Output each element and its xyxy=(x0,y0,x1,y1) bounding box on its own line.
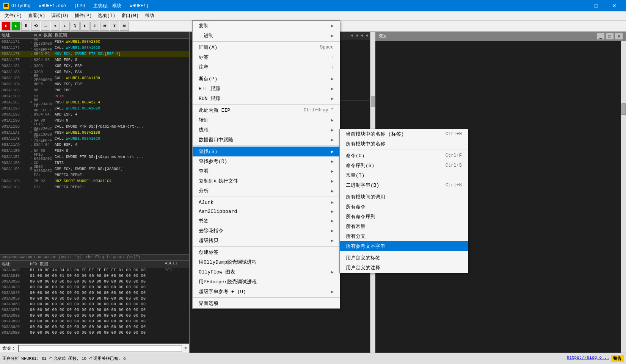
table-row[interactable]: 003A119D . FF15 84203A0C CALL DWORD PTR … xyxy=(0,123,189,130)
menu-window[interactable]: 窗口(W) xyxy=(118,11,142,20)
ctx-item-thread[interactable]: 线程 ▶ xyxy=(193,125,340,135)
submenu-item-all-commands[interactable]: 所有命令 xyxy=(340,202,468,212)
submenu-item-binary-string[interactable]: 二进制字串(B) Ctrl+B xyxy=(340,180,468,190)
table-row[interactable]: 003A11C2 F2: PREFIX REPNE: xyxy=(0,184,189,190)
table-row[interactable]: 003A11B2 . FF15 84203A0C CALL DWORD PTR … xyxy=(0,154,189,160)
table-row[interactable]: 003A11A3 > 68 08213A00 PUSH WHURE1.003A2… xyxy=(0,130,189,136)
toolbar-btn-run[interactable]: ► xyxy=(11,22,20,31)
table-row[interactable]: 003A3040 00 00 00 00 00 00 00 00 00 00 0… xyxy=(0,290,189,296)
status-link[interactable]: https://blog.o... xyxy=(567,355,609,362)
submenu-item-name-in-module[interactable]: 当前模块中的名称 (标签) Ctrl+N xyxy=(340,129,468,139)
table-row[interactable]: 003A1171 . 68 0C233A00 PUSH WHURE1.003A2… xyxy=(0,39,189,45)
ctx-item-ajunk[interactable]: AJunk ▶ xyxy=(193,198,340,207)
table-row[interactable]: 003A118D . C3 RETN xyxy=(0,93,189,99)
table-row[interactable]: 003A11B9 $ 3B0D 04303A0C CMP ECX, DWORD … xyxy=(0,166,189,172)
toolbar-btn-E[interactable]: E xyxy=(90,22,99,31)
table-row[interactable]: 003A3050 00 00 00 00 00 00 00 00 00 00 0… xyxy=(0,296,189,302)
submenu-item-command-seq[interactable]: 命令序列(S) Ctrl+S xyxy=(340,161,468,170)
second-scrollbar-thumb[interactable] xyxy=(621,103,626,115)
ctx-item-ui-options[interactable]: 界面选项 xyxy=(193,298,340,308)
toolbar-btn-L[interactable]: L xyxy=(80,22,89,31)
table-row[interactable]: 003A11B8 . CC INT3 xyxy=(0,160,189,166)
submenu-item-all-cmd-seq[interactable]: 所有命令序列 xyxy=(340,212,468,222)
table-row[interactable]: 003A1198 . 83C4 04 ADD ESP, 4 xyxy=(0,111,189,117)
table-row[interactable]: 003A1183 . 33C0 XOR EAX, EAX xyxy=(0,69,189,75)
ctx-item-ollydump[interactable]: 用OllyDump脱壳调试进程 xyxy=(193,257,340,267)
table-row[interactable]: 003A3010 01 00 00 00 01 00 00 00 00 00 0… xyxy=(0,273,189,279)
ctx-item-find[interactable]: 查找(S) ▶ xyxy=(193,147,340,156)
table-row[interactable]: 003A118C . 5D POP EBP xyxy=(0,87,189,93)
ctx-item-analyze[interactable]: 分析 ▶ xyxy=(193,186,340,196)
table-row[interactable]: 003A3020 00 00 00 00 00 00 00 00 00 00 0… xyxy=(0,279,189,284)
submenu-item-user-labels[interactable]: 用户定义的标签 xyxy=(340,253,468,263)
menu-file[interactable]: 文件(F) xyxy=(2,11,25,20)
maximize-button[interactable]: □ xyxy=(587,0,605,11)
toolbar-btn-pause[interactable]: ⏸ xyxy=(21,22,30,31)
table-row[interactable]: 003A11B0 . 6A 00 PUSH 0 xyxy=(0,148,189,154)
ctx-item-bookmark[interactable]: 书签 ▶ xyxy=(193,216,340,226)
toolbar-btn-M[interactable]: M xyxy=(100,22,109,31)
ctx-item-comment[interactable]: 注释 ; xyxy=(193,62,340,72)
toolbar-btn-c[interactable]: C xyxy=(2,22,11,31)
submenu-item-constant[interactable]: 常量(T) xyxy=(340,170,468,180)
table-row[interactable]: 003A3080 00 00 00 00 00 00 00 00 00 00 0… xyxy=(0,313,189,319)
submenu-item-all-text-strings[interactable]: 所有参考文本字串 xyxy=(340,241,468,251)
ctx-item-asm[interactable]: 汇编(A) Space xyxy=(193,42,340,52)
submenu-item-command[interactable]: 命令(C) Ctrl+F xyxy=(340,151,468,161)
second-min-button[interactable]: _ xyxy=(596,33,605,40)
table-row[interactable]: 003A30A0 00 00 00 00 00 00 00 00 00 00 0… xyxy=(0,324,189,330)
table-row[interactable]: F2: PREFIX REPNE: xyxy=(0,172,189,178)
ctx-item-super-copy[interactable]: 超级拷贝 ▶ xyxy=(193,236,340,245)
ctx-item-find-ref[interactable]: 查找参考(R) ▶ xyxy=(193,156,340,166)
ctx-item-hit-trace[interactable]: HIT 跟踪 ▶ xyxy=(193,84,340,94)
table-row[interactable]: 003A3090 00 00 00 00 00 00 00 00 00 00 0… xyxy=(0,319,189,324)
ctx-item-breakpoint[interactable]: 断点(P) ▶ xyxy=(193,74,340,84)
submenu-item-name-all-modules[interactable]: 所有模块中的名称 xyxy=(340,139,468,149)
table-row[interactable]: 003A11C0 . 75 02 JNZ SHORT WHURE1.003A11… xyxy=(0,178,189,184)
second-scrollbar[interactable] xyxy=(621,41,626,353)
ctx-item-asm2clipboard[interactable]: Asm2Clipboard ▶ xyxy=(193,207,340,216)
ctx-item-remove-junk[interactable]: 去除花指令 ▶ xyxy=(193,226,340,236)
table-row[interactable]: 003A11AD . 83C4 04 ADD ESP, 4 xyxy=(0,142,189,148)
menu-help[interactable]: 帮助 xyxy=(142,11,157,20)
table-row[interactable]: 003A118A . 8BE5 MOV ESP, EBP xyxy=(0,81,189,87)
table-row[interactable]: 003A117B . 8B4D FC MOV ECX, DWORD PTR SS… xyxy=(0,51,189,57)
table-row[interactable]: 003A3030 00 00 00 00 00 00 00 00 00 00 0… xyxy=(0,284,189,290)
submenu-item-all-constants[interactable]: 所有常量 xyxy=(340,222,468,231)
ctx-item-follow-data[interactable]: 数据窗口中跟随 ▶ xyxy=(193,135,340,145)
ctx-item-copy-to-exec[interactable]: 复制到可执行文件 ▶ xyxy=(193,176,340,186)
ctx-item-super-ref[interactable]: 超级字串参考 + (U) ▶ xyxy=(193,287,340,297)
minimize-button[interactable]: ─ xyxy=(569,0,587,11)
ctx-item-binary[interactable]: 二进制 ▶ xyxy=(193,31,340,41)
table-row[interactable]: 003A1181 . 33CD XOR ECX, EBP xyxy=(0,63,189,69)
submenu-item-all-branches[interactable]: 所有分支 xyxy=(340,231,468,241)
cmd-dropdown-arrow[interactable]: ▼ xyxy=(184,346,187,351)
menu-options[interactable]: 选项(T) xyxy=(95,11,118,20)
table-row[interactable]: 003A11A8 . E8 73FEFFFF CALL WHURE1.003A1… xyxy=(0,136,189,142)
second-close-button[interactable]: ✕ xyxy=(615,33,623,40)
second-max-button[interactable]: □ xyxy=(606,33,614,40)
table-row[interactable]: 003A3000 B1 19 BF 44 84 03 0A FF FF FF F… xyxy=(0,267,189,273)
ctx-item-ollyflow[interactable]: OllyFlow 图表 ▶ xyxy=(193,267,340,277)
ctx-item-label[interactable]: 标签 : xyxy=(193,52,340,62)
ctx-item-copy[interactable]: 复制 ▶ xyxy=(193,21,340,31)
submenu-item-user-comments[interactable]: 用户定义的注释 xyxy=(340,263,468,273)
table-row[interactable]: 003A30B0 00 00 00 00 00 00 00 00 00 00 0… xyxy=(0,330,189,336)
ctx-item-goto[interactable]: 转到 ▶ xyxy=(193,115,340,125)
ctx-item-view[interactable]: 查看 ▶ xyxy=(193,166,340,176)
ctx-item-create-label[interactable]: 创建标签 xyxy=(193,247,340,257)
scrollbar-thumb[interactable] xyxy=(371,96,375,107)
ctx-item-pedumper[interactable]: 用PEdumper脱壳调试进程 xyxy=(193,277,340,287)
close-button[interactable]: ✕ xyxy=(606,0,623,11)
table-row[interactable]: 003A1176 . E8 A5FEFFFF CALL WHURE1.003A1… xyxy=(0,45,189,51)
table-row[interactable]: 003A1193 . E8 88FEFFFF CALL WHURE1.003A1… xyxy=(0,105,189,111)
cmd-input[interactable] xyxy=(18,345,182,352)
table-row[interactable]: 003A118E > 68 F4223A00 PUSH WHURE1.003A2… xyxy=(0,99,189,105)
toolbar-btn-restart[interactable]: ⟲ xyxy=(31,22,40,31)
menu-plugin[interactable]: 插件(P) xyxy=(72,11,95,20)
toolbar-btn-stepover[interactable]: ↷ xyxy=(51,22,60,31)
toolbar-btn-run2[interactable]: ⤵ xyxy=(71,22,80,31)
toolbar-btn-T[interactable]: T xyxy=(110,22,119,31)
table-row[interactable]: 003A119B . 6A 00 PUSH 0 xyxy=(0,117,189,123)
ctx-item-new-eip[interactable]: 此处为新 EIP Ctrl+Gray * xyxy=(193,105,340,115)
